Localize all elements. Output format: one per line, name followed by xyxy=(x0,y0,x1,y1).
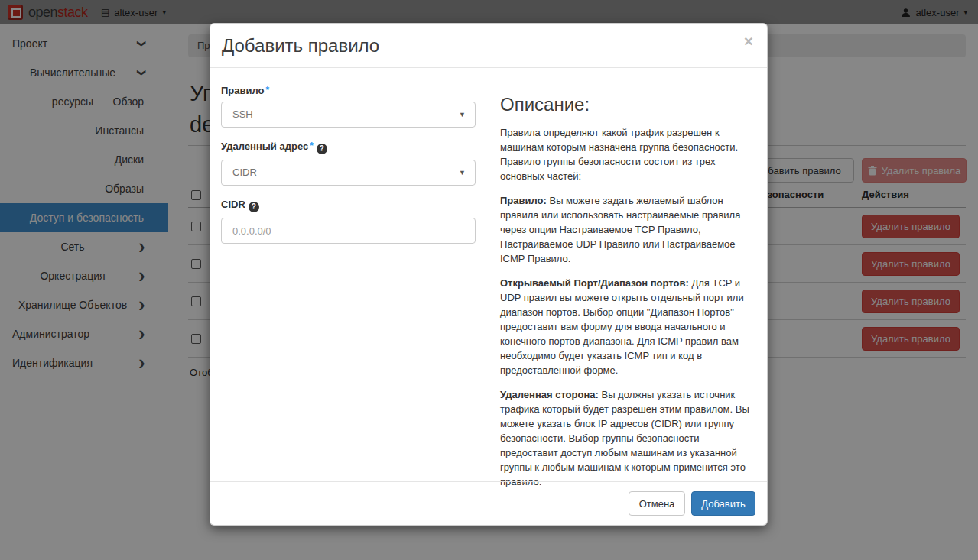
remote-select[interactable]: CIDR ▼ xyxy=(221,160,476,186)
description-section-rule: Правило: Вы можете задать желаемый шабло… xyxy=(500,193,755,266)
cidr-label-text: CIDR xyxy=(221,199,245,210)
cancel-button[interactable]: Отмена xyxy=(629,491,685,516)
description-text: Вы должны указать источник трафика котор… xyxy=(500,389,749,487)
modal-title: Добавить правило xyxy=(222,35,379,57)
modal-form: Правило* SSH ▼ Удаленный адрес*? CIDR ▼ … xyxy=(221,68,477,244)
required-asterisk: * xyxy=(266,85,270,95)
rule-select[interactable]: SSH ▼ xyxy=(221,102,476,128)
required-asterisk: * xyxy=(310,141,314,151)
close-icon[interactable]: × xyxy=(744,33,753,49)
submit-button[interactable]: Добавить xyxy=(691,491,755,516)
modal-header: Добавить правило × xyxy=(210,24,767,68)
description-term: Удаленная сторона: xyxy=(500,389,599,400)
rule-select-value: SSH xyxy=(232,108,253,120)
remote-label-text: Удаленный адрес xyxy=(221,141,308,152)
description-intro: Правила определяют какой трафик разрешен… xyxy=(500,125,755,183)
openstack-dashboard: openstack ▤ altex-user ▾ atlex-user ▾ Пр… xyxy=(0,0,978,560)
description-term: Правило: xyxy=(500,195,547,206)
rule-label-text: Правило xyxy=(221,85,265,96)
modal-description: Описание: Правила определяют какой трафи… xyxy=(500,68,755,489)
description-heading: Описание: xyxy=(500,94,755,115)
add-rule-modal: Добавить правило × Правило* SSH ▼ Удален… xyxy=(210,23,768,526)
description-section-port: Открываемый Порт/Диапазон портов: Для TC… xyxy=(500,276,755,377)
modal-footer: Отмена Добавить xyxy=(210,481,767,525)
remote-label: Удаленный адрес*? xyxy=(221,141,477,154)
cidr-input[interactable] xyxy=(221,218,476,244)
select-caret-icon: ▼ xyxy=(459,102,466,127)
help-icon[interactable]: ? xyxy=(249,202,259,212)
select-caret-icon: ▼ xyxy=(459,160,466,185)
rule-label: Правило* xyxy=(221,85,477,96)
description-term: Открываемый Порт/Диапазон портов: xyxy=(500,277,689,289)
description-text: Для TCP и UDP правил вы можете открыть о… xyxy=(500,277,744,376)
description-section-remote: Удаленная сторона: Вы должны указать ист… xyxy=(500,387,755,489)
help-icon[interactable]: ? xyxy=(317,144,327,154)
remote-select-value: CIDR xyxy=(232,167,257,178)
cidr-label: CIDR? xyxy=(221,199,477,212)
